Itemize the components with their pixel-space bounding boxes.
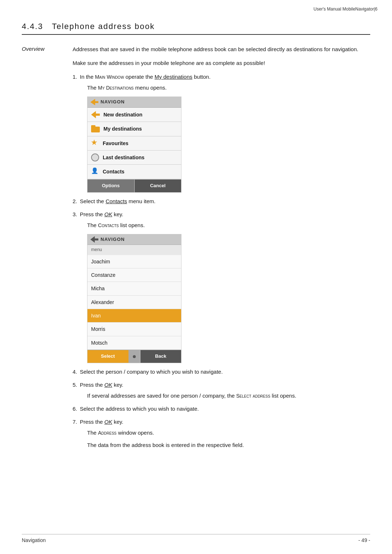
nav-bottom-bar: Options Cancel [87, 179, 181, 192]
last-destinations-icon [91, 153, 99, 161]
step-6: Select the address to which you wish to … [73, 405, 370, 413]
contacts-icon: 👤 [91, 168, 99, 176]
step1-keyword1: Main Window [95, 74, 124, 80]
nav-brand: NAVIGON [101, 98, 125, 106]
contact-motsch[interactable]: Motsch [87, 336, 181, 350]
step7-sub2: The data from the address book is entere… [80, 441, 370, 450]
footer-right: - 49 - [358, 537, 370, 543]
menu-item-contacts[interactable]: 👤 Contacts [87, 165, 181, 179]
step3-sub: The Contacts list opens. [80, 221, 370, 230]
menu-label-my-destinations: My destinations [103, 125, 142, 133]
options-button[interactable]: Options [87, 180, 134, 192]
step-4: Select the person / company to which you… [73, 368, 370, 376]
step1-sub: The My Destinations menu opens. [80, 83, 370, 92]
contacts-bottom-bar: Select Back [87, 350, 181, 363]
favourites-icon: ★ [91, 139, 99, 147]
contact-constanze[interactable]: Constanze [87, 268, 181, 282]
menu-label-favourites: Favourites [103, 139, 128, 147]
screenshot-destinations-menu: NAVIGON New destination My destinations [87, 97, 181, 193]
back-button[interactable]: Back [140, 350, 181, 363]
step7-sub1: The Address window opens. [80, 428, 370, 437]
step-5: Press the OK key. If several addresses a… [73, 381, 370, 400]
step3-keyword: OK [105, 211, 113, 217]
menu-label-contacts: Contacts [103, 168, 124, 176]
step-7: Press the OK key. The Address window ope… [73, 418, 370, 450]
my-destinations-icon [91, 125, 100, 132]
contacts-brand: NAVIGON [101, 236, 125, 243]
menu-item-favourites[interactable]: ★ Favourites [87, 136, 181, 151]
nav-logo-arrow-icon [90, 99, 98, 105]
contact-morris[interactable]: Morris [87, 323, 181, 336]
step7-keyword: OK [105, 419, 113, 425]
mid-icon [133, 355, 136, 358]
overview-para1: Addresses that are saved in the mobile t… [73, 45, 370, 54]
contact-alexander[interactable]: Alexander [87, 296, 181, 309]
mid-divider [128, 350, 140, 363]
nav-titlebar: NAVIGON [87, 97, 181, 108]
step5-keyword: OK [105, 382, 113, 388]
select-button[interactable]: Select [87, 350, 128, 363]
step2-keyword: Contacts [106, 198, 127, 204]
step-3: Press the OK key. The Contacts list open… [73, 210, 370, 364]
contacts-menu-label: menu [87, 245, 181, 255]
footer-left: Navigation [22, 537, 46, 543]
step5-sub: If several addresses are saved for one p… [80, 391, 370, 400]
step-1: In the Main Window operate the My destin… [73, 73, 370, 193]
menu-item-last-destinations[interactable]: Last destinations [87, 151, 181, 165]
menu-item-my-destinations[interactable]: My destinations [87, 122, 181, 136]
contact-joachim[interactable]: Joachim [87, 255, 181, 268]
contacts-nav-logo: NAVIGON [90, 236, 125, 243]
step-2: Select the Contacts menu item. [73, 197, 370, 206]
menu-label-last-destinations: Last destinations [103, 153, 144, 161]
new-destination-icon [91, 111, 100, 118]
step1-keyword2: My destinations [155, 74, 192, 80]
overview-para2: Make sure the addresses in your mobile t… [73, 59, 370, 67]
page-footer: Navigation - 49 - [22, 534, 370, 543]
contacts-logo-icon [90, 236, 98, 243]
contact-ivan[interactable]: Ivan [87, 309, 181, 323]
nav-logo: NAVIGON [90, 98, 125, 106]
overview-label: Overview [22, 46, 45, 52]
screenshot-contacts-list: NAVIGON menu Joachim Constanze Micha Ale… [87, 234, 181, 364]
menu-label-new-destination: New destination [103, 111, 142, 119]
cancel-button[interactable]: Cancel [135, 180, 181, 192]
contacts-titlebar: NAVIGON [87, 234, 181, 245]
page-header: User's Manual MobileNavigator|6 [314, 7, 377, 12]
menu-item-new-destination[interactable]: New destination [87, 108, 181, 122]
section-title: 4.4.3 Telephone address book [22, 22, 370, 35]
contact-micha[interactable]: Micha [87, 282, 181, 295]
